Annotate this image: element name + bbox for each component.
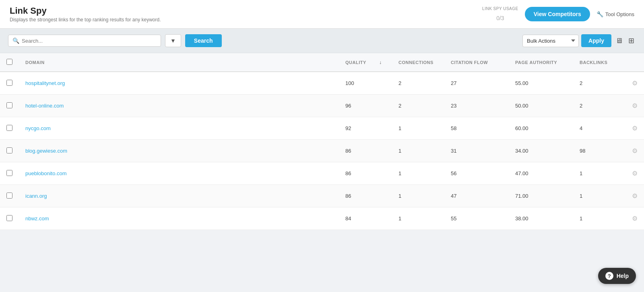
usage-suffix: /3 xyxy=(500,15,504,21)
row-backlinks-4: 1 xyxy=(573,162,625,185)
row-actions-2: ⚙ xyxy=(625,117,644,140)
table-row: hotel-online.com 96 2 23 50.00 2 ⚙ xyxy=(0,95,644,117)
col-header-actions xyxy=(625,53,644,72)
row-domain-6: nbwz.com xyxy=(19,207,339,230)
row-checkbox-1[interactable] xyxy=(6,102,12,108)
table-row: pueblobonito.com 86 1 56 47.00 1 ⚙ xyxy=(0,162,644,185)
app-title: Link Spy xyxy=(10,6,161,16)
domain-link-4[interactable]: pueblobonito.com xyxy=(25,170,67,176)
domain-link-0[interactable]: hospitalitynet.org xyxy=(25,80,65,86)
row-checkbox-5[interactable] xyxy=(6,193,12,199)
row-backlinks-2: 4 xyxy=(573,117,625,140)
row-checkbox-0[interactable] xyxy=(6,80,12,86)
row-authority-3: 34.00 xyxy=(509,140,573,162)
row-check-5 xyxy=(0,185,19,207)
row-actions-4: ⚙ xyxy=(625,162,644,185)
header: Link Spy Displays the strongest links fo… xyxy=(0,0,644,29)
usage-number: 0/3 xyxy=(482,11,518,22)
row-connections-0: 2 xyxy=(392,72,444,95)
page-wrapper: Link Spy Displays the strongest links fo… xyxy=(0,0,644,292)
row-checkbox-4[interactable] xyxy=(6,170,12,176)
table-header: DOMAIN QUALITY ↓ CONNECTIONS CITATION FL… xyxy=(0,53,644,72)
search-icon: 🔍 xyxy=(12,37,19,44)
bulk-actions-wrapper: Bulk Actions Export Selected Delete Sele… xyxy=(522,34,636,47)
row-connections-3: 1 xyxy=(392,140,444,162)
usage-value: 0 xyxy=(496,15,500,21)
row-quality-1: 96 xyxy=(339,95,379,117)
gear-icon-3[interactable]: ⚙ xyxy=(632,147,638,154)
gear-icon-2[interactable]: ⚙ xyxy=(632,125,638,132)
row-citation-5: 47 xyxy=(444,185,509,207)
domain-link-6[interactable]: nbwz.com xyxy=(25,215,49,222)
row-actions-5: ⚙ xyxy=(625,185,644,207)
row-sort-6 xyxy=(379,207,392,230)
row-domain-2: nycgo.com xyxy=(19,117,339,140)
row-actions-3: ⚙ xyxy=(625,140,644,162)
row-backlinks-3: 98 xyxy=(573,140,625,162)
row-authority-0: 55.00 xyxy=(509,72,573,95)
row-sort-2 xyxy=(379,117,392,140)
usage-label: LINK SPY USAGE xyxy=(482,6,518,11)
row-citation-2: 58 xyxy=(444,117,509,140)
domain-link-5[interactable]: icann.org xyxy=(25,193,47,199)
select-all-checkbox[interactable] xyxy=(6,59,12,65)
row-connections-4: 1 xyxy=(392,162,444,185)
col-header-check xyxy=(0,53,19,72)
row-checkbox-6[interactable] xyxy=(6,215,12,221)
row-sort-4 xyxy=(379,162,392,185)
gear-icon-1[interactable]: ⚙ xyxy=(632,102,638,109)
gear-icon-5[interactable]: ⚙ xyxy=(632,193,638,199)
domain-link-2[interactable]: nycgo.com xyxy=(25,125,51,131)
search-input[interactable] xyxy=(22,38,157,44)
app-subtitle: Displays the strongest links for the top… xyxy=(10,17,161,23)
row-backlinks-1: 2 xyxy=(573,95,625,117)
col-header-backlinks: BACKLINKS xyxy=(573,53,625,72)
table-row: icann.org 86 1 47 71.00 1 ⚙ xyxy=(0,185,644,207)
usage-block: LINK SPY USAGE 0/3 xyxy=(482,6,518,22)
filter-icon: ▼ xyxy=(170,37,176,44)
view-competitors-button[interactable]: View Competitors xyxy=(525,7,590,21)
row-quality-0: 100 xyxy=(339,72,379,95)
table-icon[interactable]: ⊞ xyxy=(627,35,636,47)
row-backlinks-0: 2 xyxy=(573,72,625,95)
toolbar: 🔍 ▼ Search Bulk Actions Export Selected … xyxy=(0,29,644,53)
filter-button[interactable]: ▼ xyxy=(165,34,181,47)
row-domain-3: blog.gewiese.com xyxy=(19,140,339,162)
col-header-authority: PAGE AUTHORITY xyxy=(509,53,573,72)
gear-icon-0[interactable]: ⚙ xyxy=(632,80,638,87)
gear-icon-4[interactable]: ⚙ xyxy=(632,170,638,177)
help-label: Help xyxy=(617,273,629,279)
row-quality-6: 84 xyxy=(339,207,379,230)
col-header-sort[interactable]: ↓ xyxy=(379,53,392,72)
tool-options-button[interactable]: 🔧 Tool Options xyxy=(597,11,634,17)
table-body: hospitalitynet.org 100 2 27 55.00 2 ⚙ ho… xyxy=(0,72,644,230)
row-citation-0: 27 xyxy=(444,72,509,95)
wrench-icon: 🔧 xyxy=(597,11,603,17)
domain-link-1[interactable]: hotel-online.com xyxy=(25,103,64,109)
row-authority-4: 47.00 xyxy=(509,162,573,185)
row-checkbox-3[interactable] xyxy=(6,147,12,153)
row-quality-2: 92 xyxy=(339,117,379,140)
col-header-citation: CITATION FLOW xyxy=(444,53,509,72)
domain-link-3[interactable]: blog.gewiese.com xyxy=(25,148,67,154)
row-citation-3: 31 xyxy=(444,140,509,162)
apply-button[interactable]: Apply xyxy=(581,34,611,47)
monitor-icon[interactable]: 🖥 xyxy=(614,35,624,47)
row-checkbox-2[interactable] xyxy=(6,125,12,131)
col-header-connections: CONNECTIONS xyxy=(392,53,444,72)
row-authority-2: 60.00 xyxy=(509,117,573,140)
row-sort-0 xyxy=(379,72,392,95)
gear-icon-6[interactable]: ⚙ xyxy=(632,215,638,222)
table-row: blog.gewiese.com 86 1 31 34.00 98 ⚙ xyxy=(0,140,644,162)
search-button[interactable]: Search xyxy=(185,34,222,47)
header-left: Link Spy Displays the strongest links fo… xyxy=(10,6,161,23)
row-check-6 xyxy=(0,207,19,230)
row-actions-6: ⚙ xyxy=(625,207,644,230)
row-quality-4: 86 xyxy=(339,162,379,185)
row-connections-6: 1 xyxy=(392,207,444,230)
row-quality-5: 86 xyxy=(339,185,379,207)
row-authority-6: 38.00 xyxy=(509,207,573,230)
help-button[interactable]: ? Help xyxy=(598,268,636,284)
row-connections-2: 1 xyxy=(392,117,444,140)
bulk-actions-select[interactable]: Bulk Actions Export Selected Delete Sele… xyxy=(522,35,579,47)
